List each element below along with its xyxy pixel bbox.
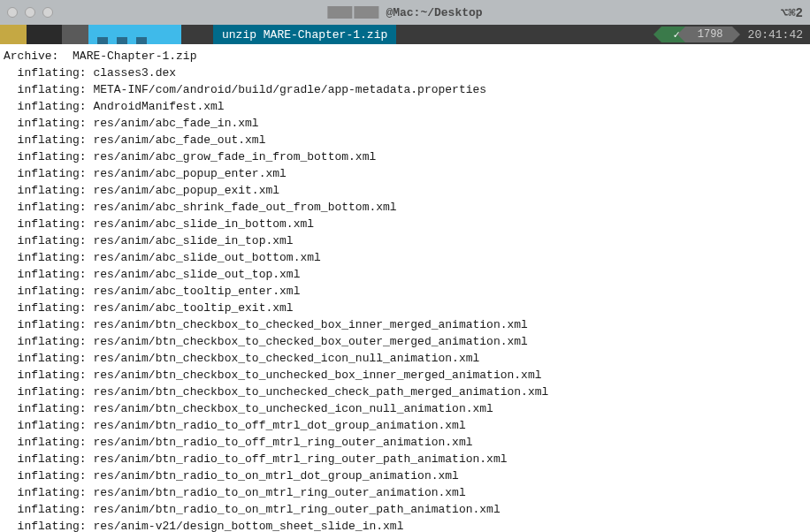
inflate-line: inflating: res/anim/abc_tooltip_exit.xml bbox=[4, 300, 806, 316]
status-seg-cyan bbox=[88, 25, 181, 44]
titlebar-tab-icon bbox=[327, 6, 352, 19]
inflate-line: inflating: res/anim/abc_slide_out_top.xm… bbox=[4, 266, 806, 283]
minimize-button[interactable] bbox=[25, 7, 35, 18]
status-seg-yellow bbox=[0, 25, 27, 44]
title-path: ~/Desktop bbox=[420, 6, 482, 19]
status-time: 20:41:42 bbox=[732, 28, 803, 42]
inflate-line: inflating: res/anim/btn_checkbox_to_unch… bbox=[4, 384, 806, 400]
inflate-line: inflating: res/anim/abc_fade_out.xml bbox=[4, 132, 806, 148]
titlebar-tab-icon bbox=[354, 6, 378, 19]
inflate-line: inflating: res/anim/btn_radio_to_on_mtrl… bbox=[4, 484, 806, 501]
inflate-line: inflating: res/anim/btn_checkbox_to_chec… bbox=[4, 316, 806, 333]
status-number: 1798 bbox=[685, 27, 732, 42]
inflate-line: inflating: res/anim/abc_grow_fade_in_fro… bbox=[4, 148, 806, 165]
inflate-line: inflating: res/anim/abc_slide_out_bottom… bbox=[4, 249, 806, 266]
inflate-line: inflating: res/anim/btn_checkbox_to_chec… bbox=[4, 350, 806, 367]
inflate-line: inflating: classes3.dex bbox=[4, 65, 806, 81]
inflate-line: inflating: res/anim/btn_checkbox_to_chec… bbox=[4, 333, 806, 350]
inflate-line: inflating: res/anim/abc_popup_enter.xml bbox=[4, 165, 806, 182]
inflate-line: inflating: res/anim/abc_popup_exit.xml bbox=[4, 182, 806, 199]
window-controls bbox=[7, 7, 53, 18]
status-left: unzip MARE-Chapter-1.zip bbox=[0, 25, 396, 44]
inflate-line: inflating: res/anim/btn_radio_to_off_mtr… bbox=[4, 434, 806, 451]
inflate-line: inflating: AndroidManifest.xml bbox=[4, 98, 806, 115]
terminal-output[interactable]: Archive: MARE-Chapter-1.zip inflating: c… bbox=[0, 44, 810, 532]
inflate-line: inflating: res/anim/abc_fade_in.xml bbox=[4, 115, 806, 132]
status-seg-dark bbox=[27, 25, 62, 44]
inflate-line: inflating: res/anim/btn_radio_to_on_mtrl… bbox=[4, 467, 806, 484]
close-button[interactable] bbox=[7, 7, 18, 18]
inflate-line: inflating: res/anim/abc_slide_in_bottom.… bbox=[4, 216, 806, 232]
status-command: unzip MARE-Chapter-1.zip bbox=[213, 25, 396, 44]
inflate-line: inflating: res/anim/abc_slide_in_top.xml bbox=[4, 232, 806, 249]
inflate-line: inflating: res/anim/abc_tooltip_enter.xm… bbox=[4, 283, 806, 300]
archive-line: Archive: MARE-Chapter-1.zip bbox=[4, 48, 806, 65]
titlebar-title: @Mac:~/Desktop bbox=[327, 6, 482, 19]
status-right: ✓ 1798 20:41:42 bbox=[661, 25, 803, 44]
inflate-line: inflating: META-INF/com/android/build/gr… bbox=[4, 81, 806, 98]
window-titlebar: @Mac:~/Desktop ⌥⌘2 bbox=[0, 0, 810, 25]
inflate-line: inflating: res/anim/btn_radio_to_off_mtr… bbox=[4, 417, 806, 434]
tmux-statusbar: unzip MARE-Chapter-1.zip ✓ 1798 20:41:42 bbox=[0, 25, 810, 44]
status-seg-gray bbox=[62, 25, 88, 44]
status-seg-dark2 bbox=[181, 25, 213, 44]
inflate-line: inflating: res/anim/btn_checkbox_to_unch… bbox=[4, 367, 806, 384]
maximize-button[interactable] bbox=[42, 7, 53, 18]
inflate-line: inflating: res/anim/btn_checkbox_to_unch… bbox=[4, 400, 806, 417]
inflate-line: inflating: res/anim/btn_radio_to_off_mtr… bbox=[4, 451, 806, 467]
inflate-line: inflating: res/anim/btn_radio_to_on_mtrl… bbox=[4, 501, 806, 518]
title-host: @Mac: bbox=[386, 6, 420, 19]
inflate-line: inflating: res/anim/abc_shrink_fade_out_… bbox=[4, 199, 806, 216]
titlebar-shortcut: ⌥⌘2 bbox=[781, 5, 803, 20]
inflate-line: inflating: res/anim-v21/design_bottom_sh… bbox=[4, 518, 806, 532]
